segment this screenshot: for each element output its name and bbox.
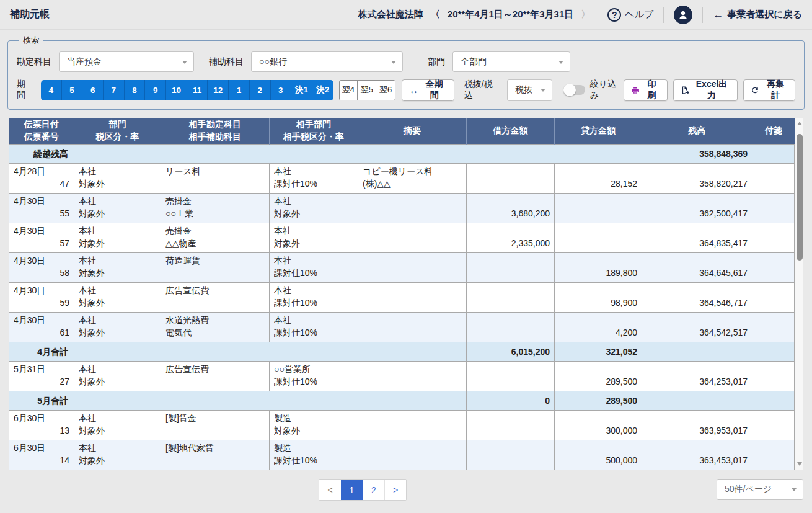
- entry-date: 4月28日: [14, 165, 69, 177]
- help-button[interactable]: ? ヘルプ: [607, 8, 653, 22]
- entry-number: 59: [14, 297, 69, 309]
- column-header-line2: 税区分・率: [76, 131, 159, 143]
- entry-counter-account: 売掛金: [165, 195, 265, 207]
- excel-export-button[interactable]: Excel出力: [673, 79, 738, 101]
- entry-memo-line2: (株)△△: [363, 177, 462, 190]
- period-month-button[interactable]: 8: [125, 80, 146, 100]
- scroll-up-icon[interactable]: [797, 122, 802, 125]
- cell-empty: [74, 342, 467, 361]
- ledger-table: 伝票日付伝票番号部門税区分・率相手勘定科目相手補助科目相手部門相手税区分・率摘要…: [9, 118, 795, 470]
- cell-counter-account: 水道光熱費電気代: [161, 312, 270, 342]
- entry-counter-account: [製]地代家賃: [165, 442, 265, 454]
- period-month-button[interactable]: 2: [250, 80, 271, 100]
- entry-number: 13: [14, 424, 69, 437]
- period-month-button[interactable]: 11: [187, 80, 208, 100]
- cell-counter-account: 売掛金○○工業: [161, 193, 270, 223]
- tax-mode-label: 税抜/税込: [464, 79, 500, 101]
- period-month-button[interactable]: 7: [104, 80, 125, 100]
- entry-counter-department: 本社: [274, 165, 353, 177]
- period-month-button[interactable]: 決1: [291, 80, 312, 100]
- cell-debit-amount: [467, 282, 555, 312]
- cell-date-number: 4月30日55: [9, 193, 74, 223]
- ledger-entry-row[interactable]: 4月30日58本社対象外荷造運賃本社課対仕10%189,800364,645,6…: [9, 252, 795, 282]
- cell-empty: [74, 391, 467, 410]
- pagination-next-button[interactable]: >: [384, 480, 406, 500]
- cell-memo: [358, 440, 467, 470]
- entry-department: 本社: [79, 314, 156, 326]
- cell-memo: [358, 361, 467, 391]
- entry-number: 47: [14, 177, 69, 190]
- period-month-button[interactable]: 9: [145, 80, 166, 100]
- tax-mode-select[interactable]: 税抜: [507, 79, 552, 101]
- column-header-line2: 相手税区分・率: [271, 131, 356, 143]
- entry-memo-line1: コピー機リース料: [363, 165, 462, 177]
- period-month-button[interactable]: 1: [229, 80, 250, 100]
- entry-department: 本社: [79, 363, 156, 375]
- all-period-button[interactable]: ↔ 全期間: [402, 79, 454, 101]
- period-month-button[interactable]: 10: [166, 80, 187, 100]
- cell-counter-department: 製造対象外: [270, 410, 358, 440]
- column-header-line1: 伝票日付: [11, 118, 73, 131]
- ledger-entry-row[interactable]: 4月30日57本社対象外売掛金△△物産本社対象外2,335,000364,835…: [9, 223, 795, 252]
- period-nextyear-button[interactable]: 翌5: [358, 81, 376, 100]
- caret-down-icon: [792, 488, 797, 491]
- column-header-line1: 摘要: [360, 125, 465, 137]
- cell-memo: [358, 252, 467, 282]
- entry-number: 27: [14, 375, 69, 388]
- account-select[interactable]: 当座預金: [59, 51, 194, 72]
- period-month-button[interactable]: 5: [62, 80, 83, 100]
- period-nextyear-button[interactable]: 翌4: [340, 81, 358, 100]
- export-icon: [681, 86, 689, 95]
- cell-credit-amount: 500,000: [555, 440, 642, 470]
- cell-tag: [752, 391, 795, 410]
- cell-date-number: 4月30日58: [9, 252, 74, 282]
- cell-balance: 364,835,417: [642, 223, 752, 252]
- scrollbar-thumb[interactable]: [797, 134, 803, 261]
- cell-balance: 358,848,369: [642, 144, 752, 163]
- ledger-entry-row[interactable]: 4月30日61本社対象外水道光熱費電気代本社課対仕10%4,200364,542…: [9, 312, 795, 342]
- print-button[interactable]: 印刷: [624, 79, 667, 101]
- ledger-entry-row[interactable]: 5月31日27本社対象外広告宣伝費○○営業所課対仕10%289,500364,2…: [9, 361, 795, 391]
- help-label: ヘルプ: [625, 9, 653, 20]
- sub-account-select[interactable]: ○○銀行: [251, 51, 403, 72]
- cell-debit-amount: [467, 163, 555, 193]
- entry-tax-class: 対象外: [79, 297, 156, 309]
- user-avatar[interactable]: [674, 6, 692, 24]
- search-panel: 検索 勘定科目 当座預金 補助科目 ○○銀行 部門 全部門 期間 4567891…: [7, 35, 805, 110]
- entry-number: 14: [14, 454, 69, 466]
- next-period-chevron-icon[interactable]: 〉: [580, 9, 591, 20]
- prev-period-chevron-icon[interactable]: 〈: [430, 9, 441, 20]
- period-month-button[interactable]: 4: [41, 80, 62, 100]
- pagination-prev-button[interactable]: <: [319, 480, 341, 500]
- period-month-button[interactable]: 3: [271, 80, 292, 100]
- vertical-scrollbar[interactable]: [795, 118, 803, 470]
- pagination-page-button[interactable]: 1: [341, 480, 363, 500]
- entry-counter-department: 製造: [274, 412, 353, 424]
- period-nextyear-button[interactable]: 翌6: [376, 81, 395, 100]
- pagination-page-button[interactable]: 2: [363, 480, 384, 500]
- department-select[interactable]: 全部門: [452, 51, 570, 72]
- entry-tax-class: 対象外: [79, 375, 156, 388]
- entry-tax-class: 対象外: [79, 177, 156, 190]
- ledger-entry-row[interactable]: 6月30日13本社対象外[製]賃金製造対象外300,000363,953,017: [9, 410, 795, 440]
- ledger-entry-row[interactable]: 6月30日14本社対象外[製]地代家賃製造課対仕10%500,000363,45…: [9, 440, 795, 470]
- period-month-button[interactable]: 12: [208, 80, 229, 100]
- entry-tax-class: 対象外: [79, 326, 156, 339]
- page-title: 補助元帳: [10, 8, 50, 21]
- back-to-selection-link[interactable]: ← 事業者選択に戻る: [713, 9, 802, 21]
- ledger-entry-row[interactable]: 4月30日59本社対象外広告宣伝費本社課対仕10%98,900364,546,7…: [9, 282, 795, 312]
- recalculate-label: 再集計: [764, 79, 788, 101]
- entry-counter-department: ○○営業所: [274, 363, 353, 375]
- ledger-entry-row[interactable]: 4月28日47本社対象外リース料本社課対仕10%コピー機リース料(株)△△28,…: [9, 163, 795, 193]
- period-month-button[interactable]: 6: [82, 80, 104, 100]
- total-label-cell: 4月合計: [9, 342, 74, 361]
- column-header-line1: 残高: [643, 125, 751, 137]
- scroll-down-icon[interactable]: [797, 462, 802, 466]
- recalculate-button[interactable]: 再集計: [743, 79, 795, 101]
- bottom-bar: < 12 > 50件/ページ: [0, 479, 812, 501]
- period-month-button[interactable]: 決2: [312, 80, 333, 100]
- filter-toggle[interactable]: [565, 85, 585, 95]
- entry-counter-tax-class: 課対仕10%: [274, 375, 353, 388]
- ledger-entry-row[interactable]: 4月30日55本社対象外売掛金○○工業本社対象外3,680,200362,500…: [9, 193, 795, 223]
- page-size-select[interactable]: 50件/ページ: [717, 479, 803, 500]
